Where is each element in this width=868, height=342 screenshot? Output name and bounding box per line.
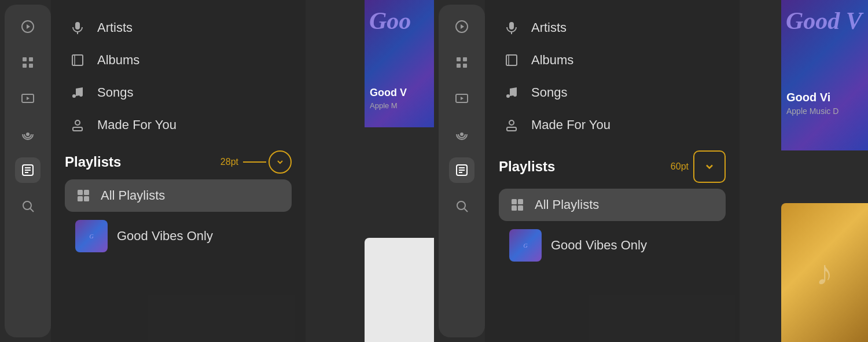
- left-content-area: Goo Good V Apple M: [306, 0, 434, 342]
- right-all-playlists-row[interactable]: All Playlists: [499, 189, 726, 221]
- svg-point-46: [506, 94, 510, 98]
- right-tv-icon[interactable]: [449, 86, 475, 111]
- library-icon[interactable]: [15, 157, 41, 183]
- left-album-labels: Good V Apple M: [367, 84, 431, 110]
- svg-rect-31: [457, 64, 461, 68]
- right-person-icon: [503, 117, 520, 133]
- grid-small-icon: [75, 187, 91, 204]
- svg-marker-1: [27, 24, 30, 29]
- note-icon: [69, 84, 86, 101]
- svg-rect-53: [518, 205, 523, 211]
- left-menu-item-made-for-you[interactable]: Made For You: [65, 109, 292, 141]
- left-good-vibes-row[interactable]: G Good Vibes Only: [65, 212, 292, 260]
- left-album-subtitle: Apple M: [367, 101, 431, 110]
- right-playlists-header: Playlists 60pt: [499, 150, 726, 183]
- right-album-icon: [503, 52, 520, 68]
- right-good-vibes-row[interactable]: G Good Vibes Only: [499, 221, 726, 270]
- svg-point-41: [457, 201, 465, 209]
- search-icon[interactable]: [15, 193, 41, 219]
- right-playlists-title: Playlists: [499, 159, 671, 175]
- svg-rect-29: [457, 57, 461, 61]
- right-album-subtitle: Apple Music D: [784, 106, 865, 116]
- svg-rect-17: [72, 55, 83, 65]
- svg-point-36: [460, 133, 464, 136]
- svg-rect-5: [29, 64, 33, 68]
- svg-point-20: [79, 93, 83, 97]
- svg-line-15: [31, 209, 34, 212]
- svg-rect-44: [506, 55, 517, 65]
- right-content-area: Good V Good Vi Apple Music D ♪: [740, 0, 868, 342]
- svg-rect-52: [512, 205, 517, 211]
- right-menu-area: Artists Albums Songs Made: [485, 0, 740, 342]
- right-made-for-you-label: Made For You: [531, 117, 610, 133]
- right-album-neon-text: Good V: [781, 0, 868, 33]
- left-all-playlists-row[interactable]: All Playlists: [65, 179, 292, 212]
- person-icon: [69, 117, 86, 133]
- right-mic-icon: [503, 20, 520, 36]
- svg-rect-22: [73, 127, 82, 131]
- radio-icon[interactable]: [15, 122, 41, 147]
- mic-icon: [69, 20, 86, 36]
- play-circle-icon[interactable]: [15, 14, 41, 39]
- right-grid-small-icon: [509, 197, 525, 213]
- right-menu-item-songs[interactable]: Songs: [499, 76, 726, 109]
- app-container: Artists Albums Songs Made: [0, 0, 868, 342]
- right-play-circle-icon[interactable]: [449, 14, 475, 39]
- left-playlists-header: Playlists 28pt: [65, 150, 292, 174]
- svg-point-19: [72, 94, 76, 98]
- left-menu-item-songs[interactable]: Songs: [65, 76, 292, 109]
- svg-rect-3: [29, 57, 33, 61]
- left-chevron-button[interactable]: [269, 150, 292, 174]
- svg-rect-2: [23, 57, 27, 61]
- right-library-icon[interactable]: [449, 157, 475, 183]
- left-all-playlists-label: All Playlists: [101, 188, 165, 203]
- right-album-art: Good V Good Vi Apple Music D: [781, 0, 868, 150]
- svg-rect-24: [84, 190, 89, 195]
- left-albums-label: Albums: [97, 53, 139, 68]
- svg-marker-28: [461, 24, 464, 29]
- right-menu-item-artists[interactable]: Artists: [499, 12, 726, 44]
- right-good-vibes-thumbnail: G: [509, 229, 542, 262]
- svg-rect-23: [78, 190, 83, 195]
- svg-point-9: [26, 133, 30, 136]
- right-albums-label: Albums: [531, 53, 573, 68]
- right-radio-icon[interactable]: [449, 122, 475, 147]
- left-menu-area: Artists Albums Songs Made: [51, 0, 306, 342]
- svg-rect-32: [463, 64, 467, 68]
- right-search-icon[interactable]: [449, 193, 475, 219]
- svg-rect-25: [78, 196, 83, 201]
- left-arrow-line: [243, 161, 266, 163]
- right-album-title: Good Vi: [784, 89, 865, 106]
- left-menu-item-albums[interactable]: Albums: [65, 44, 292, 76]
- svg-rect-26: [84, 196, 89, 201]
- right-chevron-button[interactable]: [693, 150, 726, 183]
- left-album-title: Good V: [367, 84, 431, 101]
- right-gold-card: ♪: [781, 203, 868, 342]
- right-menu-item-made-for-you[interactable]: Made For You: [499, 109, 726, 141]
- left-good-vibes-thumbnail: G: [75, 220, 108, 252]
- left-pt-label: 28pt: [220, 157, 238, 167]
- svg-line-42: [465, 209, 468, 212]
- right-menu-item-albums[interactable]: Albums: [499, 44, 726, 76]
- right-album-labels: Good Vi Apple Music D: [784, 89, 865, 116]
- right-pt-label: 60pt: [671, 161, 689, 172]
- left-songs-label: Songs: [97, 85, 133, 100]
- left-album-neon-text: Goo: [365, 0, 434, 33]
- right-all-playlists-label: All Playlists: [535, 197, 599, 212]
- left-menu-item-artists[interactable]: Artists: [65, 12, 292, 44]
- right-sidebar: [439, 5, 485, 337]
- left-playlists-title: Playlists: [65, 154, 220, 170]
- grid-icon[interactable]: [15, 50, 41, 75]
- right-artists-label: Artists: [531, 20, 567, 35]
- svg-rect-49: [507, 127, 516, 131]
- tv-icon[interactable]: [15, 86, 41, 111]
- right-grid-icon[interactable]: [449, 50, 475, 75]
- right-good-vibes-label: Good Vibes Only: [551, 238, 647, 253]
- svg-point-48: [509, 120, 514, 125]
- svg-rect-50: [512, 199, 517, 204]
- left-sidebar: [5, 5, 51, 337]
- left-made-for-you-label: Made For You: [97, 117, 176, 133]
- left-panel: Artists Albums Songs Made: [0, 0, 434, 342]
- left-album-art: Goo Good V Apple M: [365, 0, 434, 127]
- svg-marker-35: [461, 97, 464, 100]
